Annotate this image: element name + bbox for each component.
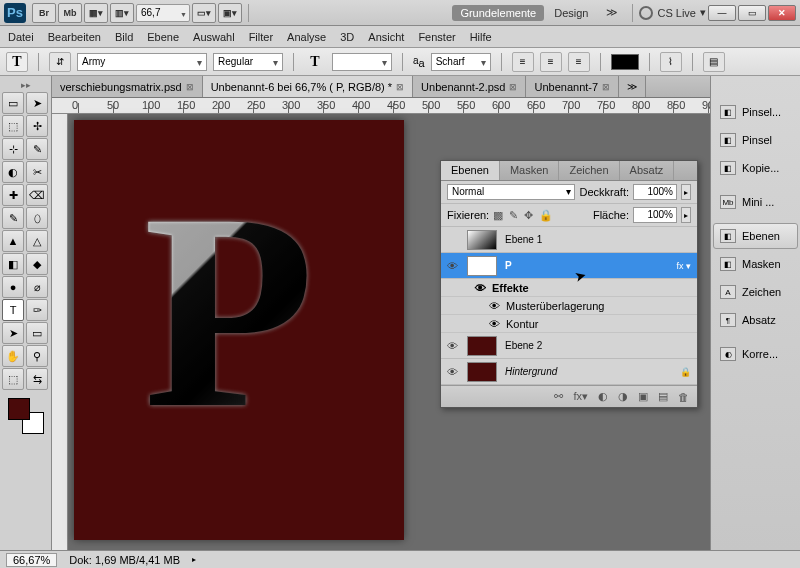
window-close[interactable]: ✕: [768, 5, 796, 21]
lock-position-icon[interactable]: ✥: [524, 209, 533, 222]
align-center[interactable]: ≡: [540, 52, 562, 72]
lp-tab-zeichen[interactable]: Zeichen: [559, 161, 619, 180]
tool-11[interactable]: ⬯: [26, 207, 48, 229]
tool-15[interactable]: ◆: [26, 253, 48, 275]
tool-3[interactable]: ✢: [26, 115, 48, 137]
lp-tab-masken[interactable]: Masken: [500, 161, 560, 180]
tool-21[interactable]: ▭: [26, 322, 48, 344]
fill-stepper[interactable]: ▸: [681, 207, 691, 223]
layer-thumb[interactable]: T: [467, 256, 497, 276]
panel-masken[interactable]: ◧Masken: [713, 251, 798, 277]
doc-tab[interactable]: verschiebungsmatrix.psd⊠: [52, 76, 203, 97]
panel-absatz[interactable]: ¶Absatz: [713, 307, 798, 333]
panel-pinsel[interactable]: ◧Pinsel...: [713, 99, 798, 125]
window-minimize[interactable]: —: [708, 5, 736, 21]
menu-ebene[interactable]: Ebene: [147, 31, 179, 43]
menu-filter[interactable]: Filter: [249, 31, 273, 43]
tool-7[interactable]: ✂: [26, 161, 48, 183]
lp-tab-ebenen[interactable]: Ebenen: [441, 161, 500, 180]
bridge-button[interactable]: Br: [32, 3, 56, 23]
font-weight-dropdown[interactable]: Regular: [213, 53, 283, 71]
tool-23[interactable]: ⚲: [26, 345, 48, 367]
panel-pinsel[interactable]: ◧Pinsel: [713, 127, 798, 153]
menu-auswahl[interactable]: Auswahl: [193, 31, 235, 43]
tool-6[interactable]: ◐: [2, 161, 24, 183]
align-right[interactable]: ≡: [568, 52, 590, 72]
lock-transparent-icon[interactable]: ▩: [493, 209, 503, 222]
text-color-swatch[interactable]: [611, 54, 639, 70]
opacity-input[interactable]: 100%: [633, 184, 677, 200]
screenmode-button[interactable]: ▣▾: [218, 3, 242, 23]
visibility-icon[interactable]: 👁: [441, 366, 463, 378]
menu-hilfe[interactable]: Hilfe: [470, 31, 492, 43]
fx-badge[interactable]: fx ▾: [670, 261, 697, 271]
color-swatches[interactable]: [8, 398, 44, 434]
tool-2[interactable]: ⬚: [2, 115, 24, 137]
blend-mode-dropdown[interactable]: Normal: [447, 184, 575, 200]
close-tab-icon[interactable]: ⊠: [509, 82, 517, 92]
menu-bearbeiten[interactable]: Bearbeiten: [48, 31, 101, 43]
close-tab-icon[interactable]: ⊠: [186, 82, 194, 92]
menu-datei[interactable]: Datei: [8, 31, 34, 43]
tool-4[interactable]: ⊹: [2, 138, 24, 160]
foreground-color[interactable]: [8, 398, 30, 420]
arrange-button[interactable]: ▭▾: [192, 3, 216, 23]
layer-thumb[interactable]: [467, 362, 497, 382]
minibridge-button[interactable]: Mb: [58, 3, 82, 23]
lock-all-icon[interactable]: 🔒: [539, 209, 553, 222]
tool-14[interactable]: ◧: [2, 253, 24, 275]
viewmode-button[interactable]: ▦▾: [84, 3, 108, 23]
trash-icon[interactable]: 🗑: [678, 391, 689, 403]
panel-zeichen[interactable]: AZeichen: [713, 279, 798, 305]
eye-icon[interactable]: 👁: [489, 318, 500, 330]
workspace-design[interactable]: Design: [546, 5, 596, 21]
tool-16[interactable]: ●: [2, 276, 24, 298]
doc-tab[interactable]: Unbenannt-2.psd⊠: [413, 76, 526, 97]
menu-fenster[interactable]: Fenster: [418, 31, 455, 43]
doc-tab[interactable]: Unbenannt-7⊠: [526, 76, 619, 97]
menu-ansicht[interactable]: Ansicht: [368, 31, 404, 43]
menu-analyse[interactable]: Analyse: [287, 31, 326, 43]
cslive-button[interactable]: CS Live ▾: [639, 6, 706, 20]
layer-row[interactable]: 👁TPfx ▾: [441, 253, 697, 279]
layer-row[interactable]: Ebene 1: [441, 227, 697, 253]
doc-tab[interactable]: Unbenannt-6 bei 66,7% ( P, RGB/8) *⊠: [203, 76, 413, 97]
lock-paint-icon[interactable]: ✎: [509, 209, 518, 222]
font-family-dropdown[interactable]: Army: [77, 53, 207, 71]
workspace-essentials[interactable]: Grundelemente: [452, 5, 544, 21]
orientation-button[interactable]: ⇵: [49, 52, 71, 72]
tool-0[interactable]: ▭: [2, 92, 24, 114]
zoom-dropdown[interactable]: 66,7: [136, 4, 190, 22]
panel-mini[interactable]: MbMini ...: [713, 189, 798, 215]
window-maximize[interactable]: ▭: [738, 5, 766, 21]
group-icon[interactable]: ▣: [638, 390, 648, 403]
menu-3d[interactable]: 3D: [340, 31, 354, 43]
tool-19[interactable]: ✑: [26, 299, 48, 321]
layer-thumb[interactable]: [467, 230, 497, 250]
fx-icon[interactable]: fx▾: [573, 390, 588, 403]
visibility-icon[interactable]: 👁: [441, 340, 463, 352]
visibility-icon[interactable]: 👁: [441, 260, 463, 272]
fill-input[interactable]: 100%: [633, 207, 677, 223]
tool-9[interactable]: ⌫: [26, 184, 48, 206]
fx-item[interactable]: 👁 Musterüberlagerung: [441, 297, 697, 315]
tool-22[interactable]: ✋: [2, 345, 24, 367]
extras-button[interactable]: ▥▾: [110, 3, 134, 23]
link-layers-icon[interactable]: ⚯: [554, 390, 563, 403]
layer-row[interactable]: 👁Hintergrund🔒: [441, 359, 697, 385]
layer-thumb[interactable]: [467, 336, 497, 356]
char-panel-button[interactable]: ▤: [703, 52, 725, 72]
artboard[interactable]: P: [74, 120, 404, 540]
opacity-stepper[interactable]: ▸: [681, 184, 691, 200]
panel-kopie[interactable]: ◧Kopie...: [713, 155, 798, 181]
tool-1[interactable]: ➤: [26, 92, 48, 114]
tool-8[interactable]: ✚: [2, 184, 24, 206]
tool-25[interactable]: ⇆: [26, 368, 48, 390]
font-size-dropdown[interactable]: [332, 53, 392, 71]
tool-preset-icon[interactable]: T: [6, 52, 28, 72]
tool-20[interactable]: ➤: [2, 322, 24, 344]
lp-tab-absatz[interactable]: Absatz: [620, 161, 675, 180]
new-layer-icon[interactable]: ▤: [658, 390, 668, 403]
tabs-overflow[interactable]: ≫: [619, 76, 646, 97]
panel-ebenen[interactable]: ◧Ebenen: [713, 223, 798, 249]
